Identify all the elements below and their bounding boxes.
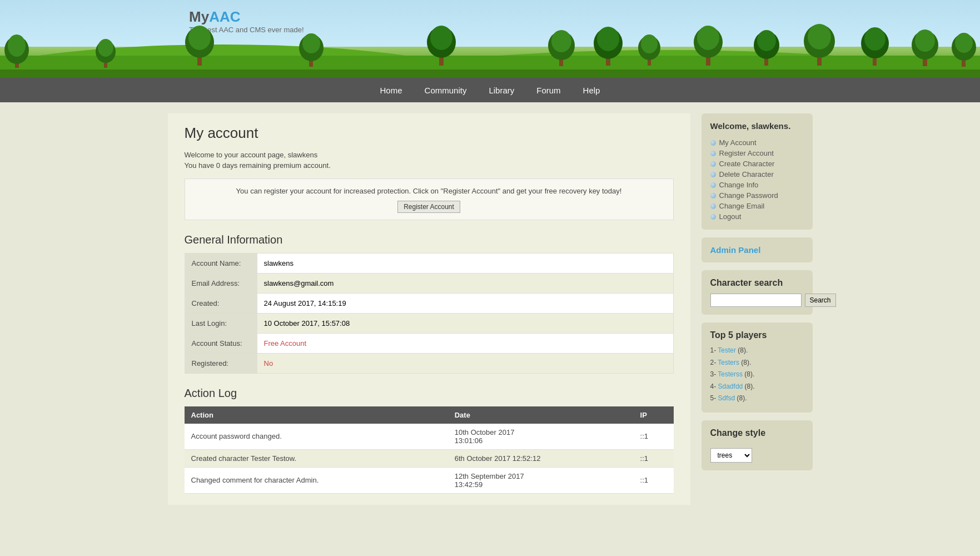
- general-info-title: General Information: [185, 234, 674, 246]
- nav-library[interactable]: Library: [489, 86, 514, 95]
- sidebar-link-delete-character[interactable]: Delete Character: [719, 170, 774, 178]
- sidebar-item-change-info[interactable]: Change Info: [710, 180, 804, 190]
- sidebar-item-change-password[interactable]: Change Password: [710, 190, 804, 201]
- col-action: Action: [185, 406, 448, 424]
- svg-point-9: [98, 39, 113, 57]
- welcome-line1: Welcome to your account page, slawkens: [185, 151, 674, 159]
- svg-point-45: [955, 33, 973, 53]
- table-row: Created: 24 August 2017, 14:15:19: [185, 293, 673, 313]
- log-ip: ::1: [634, 467, 674, 493]
- value-account-status: Free Account: [257, 333, 673, 353]
- svg-point-18: [430, 26, 452, 50]
- svg-point-39: [864, 27, 886, 51]
- change-style-title: Change style: [710, 428, 804, 438]
- table-row: Account Status: Free Account: [185, 333, 673, 353]
- value-account-name: slawkens: [257, 253, 673, 273]
- main-container: My account Welcome to your account page,…: [157, 102, 824, 516]
- sidebar-item-logout[interactable]: Logout: [710, 211, 804, 222]
- table-header-row: Action Date IP: [185, 406, 674, 424]
- bullet-icon: [710, 182, 716, 188]
- player-link[interactable]: Testerss: [718, 370, 743, 378]
- table-row: Email Address: slawkens@gmail.com: [185, 273, 673, 293]
- svg-point-21: [551, 30, 571, 52]
- top-players-list: 1- Tester (8). 2- Testers (8). 3- Tester…: [710, 345, 804, 405]
- nav-forum[interactable]: Forum: [536, 86, 560, 95]
- sidebar-link-change-email[interactable]: Change Email: [719, 202, 765, 210]
- col-date: Date: [448, 406, 634, 424]
- svg-point-42: [915, 29, 935, 52]
- action-log-table: Action Date IP Account password changed.…: [185, 406, 674, 494]
- sidebar: Welcome, slawkens. My Account Register A…: [702, 113, 813, 505]
- value-registered: No: [257, 353, 673, 373]
- svg-point-12: [188, 26, 211, 50]
- log-action: Changed comment for character Admin.: [185, 467, 448, 493]
- status-badge: Free Account: [264, 339, 307, 348]
- page-title: My account: [185, 125, 674, 142]
- action-log-title: Action Log: [185, 387, 674, 400]
- svg-point-33: [757, 30, 776, 51]
- style-selector[interactable]: trees classic dark: [710, 448, 752, 463]
- label-last-login: Last Login:: [185, 313, 257, 333]
- search-form: Search: [710, 294, 804, 307]
- sidebar-link-create-character[interactable]: Create Character: [719, 160, 775, 168]
- bullet-icon: [710, 140, 716, 146]
- admin-panel-link[interactable]: Admin Panel: [710, 245, 761, 255]
- svg-point-24: [597, 27, 619, 51]
- sidebar-change-style-box: Change style trees classic dark: [702, 420, 813, 470]
- log-date: 12th September 201713:42:59: [448, 467, 634, 493]
- player-link[interactable]: Tester: [718, 346, 736, 354]
- sidebar-item-change-email[interactable]: Change Email: [710, 201, 804, 211]
- nav-community[interactable]: Community: [425, 86, 467, 95]
- sidebar-menu: My Account Register Account Create Chara…: [710, 137, 804, 222]
- nav-home[interactable]: Home: [380, 86, 402, 95]
- label-created: Created:: [185, 293, 257, 313]
- welcome-line2: You have 0 days remaining premium accoun…: [185, 161, 674, 170]
- registered-value: No: [264, 359, 273, 368]
- register-account-button[interactable]: Register Account: [397, 201, 460, 213]
- sidebar-item-create-character[interactable]: Create Character: [710, 158, 804, 169]
- svg-rect-3: [0, 70, 980, 78]
- register-notice: You can register your account for increa…: [185, 178, 674, 220]
- search-button[interactable]: Search: [805, 294, 836, 307]
- label-account-status: Account Status:: [185, 333, 257, 353]
- player-link[interactable]: Sdfsd: [718, 394, 735, 402]
- log-date: 10th October 201713:01:06: [448, 424, 634, 450]
- bullet-icon: [710, 203, 716, 209]
- log-row: Changed comment for character Admin. 12t…: [185, 467, 674, 493]
- sidebar-link-my-account[interactable]: My Account: [719, 138, 757, 147]
- bullet-icon: [710, 214, 716, 220]
- sidebar-top-players-box: Top 5 players 1- Tester (8). 2- Testers …: [702, 322, 813, 413]
- value-email: slawkens@gmail.com: [257, 273, 673, 293]
- header-banner: MyAAC The best AAC and CMS ever made!: [0, 0, 980, 78]
- player-row: 5- Sdfsd (8).: [710, 393, 804, 405]
- sidebar-item-my-account[interactable]: My Account: [710, 137, 804, 148]
- player-row: 3- Testerss (8).: [710, 369, 804, 381]
- sidebar-link-register-account[interactable]: Register Account: [719, 149, 774, 157]
- player-row: 2- Testers (8).: [710, 357, 804, 369]
- sidebar-admin-box: Admin Panel: [702, 237, 813, 262]
- bullet-icon: [710, 161, 716, 167]
- character-search-input[interactable]: [710, 294, 802, 307]
- register-notice-text: You can register your account for increa…: [236, 187, 622, 195]
- player-link[interactable]: Testers: [718, 359, 739, 366]
- player-row: 1- Tester (8).: [710, 345, 804, 357]
- sidebar-character-search-box: Character search Search: [702, 270, 813, 315]
- table-row: Last Login: 10 October 2017, 15:57:08: [185, 313, 673, 333]
- table-row: Registered: No: [185, 353, 673, 373]
- log-action: Account password changed.: [185, 424, 448, 450]
- label-account-name: Account Name:: [185, 253, 257, 273]
- sidebar-link-change-info[interactable]: Change Info: [719, 181, 759, 189]
- col-ip: IP: [634, 406, 674, 424]
- log-row: Account password changed. 10th October 2…: [185, 424, 674, 450]
- player-link[interactable]: Sdadfdd: [718, 383, 743, 390]
- sidebar-item-register-account[interactable]: Register Account: [710, 148, 804, 158]
- general-info-table: Account Name: slawkens Email Address: sl…: [185, 253, 674, 374]
- sidebar-link-logout[interactable]: Logout: [719, 212, 742, 221]
- table-row: Account Name: slawkens: [185, 253, 673, 273]
- nav-help[interactable]: Help: [583, 86, 600, 95]
- bullet-icon: [710, 193, 716, 198]
- sidebar-link-change-password[interactable]: Change Password: [719, 191, 778, 200]
- value-last-login: 10 October 2017, 15:57:08: [257, 313, 673, 333]
- main-navbar: Home Community Library Forum Help: [0, 78, 980, 102]
- sidebar-item-delete-character[interactable]: Delete Character: [710, 169, 804, 180]
